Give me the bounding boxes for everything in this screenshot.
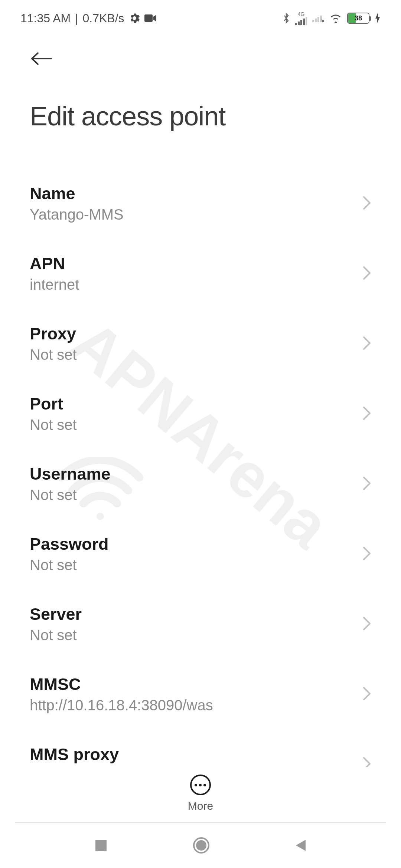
setting-value: http://10.16.18.4:38090/was xyxy=(30,697,213,714)
setting-label: Server xyxy=(30,605,82,624)
svg-rect-2 xyxy=(298,22,300,25)
charging-icon xyxy=(375,13,381,24)
setting-row-proxy[interactable]: Proxy Not set xyxy=(30,309,371,379)
setting-label: Port xyxy=(30,394,77,414)
triangle-left-icon xyxy=(294,838,307,852)
svg-rect-0 xyxy=(144,14,153,22)
wifi-icon xyxy=(329,13,342,23)
svg-rect-5 xyxy=(306,17,307,25)
setting-value: Not set xyxy=(30,627,82,644)
setting-value: Not set xyxy=(30,557,109,573)
nav-home-button[interactable] xyxy=(192,836,210,854)
chevron-right-icon xyxy=(362,686,371,703)
chevron-right-icon xyxy=(362,546,371,562)
setting-label: MMS proxy xyxy=(30,745,119,764)
bluetooth-icon xyxy=(283,12,290,24)
status-data-rate: 0.7KB/s xyxy=(83,11,124,25)
bottom-toolbar: More xyxy=(0,767,401,820)
svg-rect-1 xyxy=(295,23,297,25)
svg-rect-3 xyxy=(300,20,302,25)
chevron-right-icon xyxy=(362,266,371,282)
setting-row-server[interactable]: Server Not set xyxy=(30,589,371,659)
arrow-left-icon xyxy=(30,51,53,66)
battery-icon: 38 xyxy=(347,13,369,24)
setting-label: APN xyxy=(30,254,79,273)
more-button[interactable]: More xyxy=(188,775,213,812)
svg-rect-10 xyxy=(95,840,107,851)
chevron-right-icon xyxy=(362,195,371,212)
status-right: 4G 38 xyxy=(283,11,381,25)
setting-label: Password xyxy=(30,535,109,554)
setting-label: MMSC xyxy=(30,675,213,694)
chevron-right-icon xyxy=(362,336,371,352)
svg-rect-8 xyxy=(317,17,319,22)
setting-row-password[interactable]: Password Not set xyxy=(30,519,371,589)
more-icon xyxy=(190,775,211,795)
square-icon xyxy=(94,838,108,852)
setting-row-mmsc[interactable]: MMSC http://10.16.18.4:38090/was xyxy=(30,659,371,729)
more-label: More xyxy=(188,800,213,812)
setting-row-username[interactable]: Username Not set xyxy=(30,449,371,519)
gear-icon xyxy=(129,13,140,24)
status-separator: | xyxy=(75,11,78,25)
setting-value: Not set xyxy=(30,346,77,363)
signal-no-sim-icon xyxy=(312,14,324,22)
setting-label: Username xyxy=(30,464,111,484)
circle-icon xyxy=(192,836,210,854)
setting-value: Not set xyxy=(30,487,111,503)
back-button[interactable] xyxy=(30,47,53,71)
setting-value: Not set xyxy=(30,417,77,433)
navigation-bar xyxy=(0,823,401,868)
setting-label: Name xyxy=(30,184,124,203)
nav-recent-button[interactable] xyxy=(94,838,108,852)
setting-row-port[interactable]: Port Not set xyxy=(30,379,371,449)
svg-point-12 xyxy=(196,840,206,851)
status-time: 11:35 AM xyxy=(20,11,71,25)
svg-rect-9 xyxy=(320,16,322,22)
camera-icon xyxy=(144,14,156,23)
setting-label: Proxy xyxy=(30,324,77,343)
svg-rect-7 xyxy=(315,19,317,22)
status-left: 11:35 AM | 0.7KB/s xyxy=(20,11,156,25)
svg-rect-4 xyxy=(303,19,305,25)
setting-value: internet xyxy=(30,276,79,293)
setting-row-apn[interactable]: APN internet xyxy=(30,239,371,309)
nav-back-button[interactable] xyxy=(294,838,307,852)
svg-rect-6 xyxy=(312,20,314,22)
signal-4g-icon: 4G xyxy=(295,11,307,25)
setting-row-name[interactable]: Name Yatango-MMS xyxy=(30,168,371,239)
setting-value: Yatango-MMS xyxy=(30,206,124,223)
header: Edit access point xyxy=(0,29,401,139)
status-bar: 11:35 AM | 0.7KB/s 4G xyxy=(0,0,401,29)
chevron-right-icon xyxy=(362,616,371,632)
settings-list: Name Yatango-MMS APN internet Proxy Not … xyxy=(0,139,401,799)
chevron-right-icon xyxy=(362,406,371,422)
page-title: Edit access point xyxy=(30,101,371,131)
chevron-right-icon xyxy=(362,476,371,492)
